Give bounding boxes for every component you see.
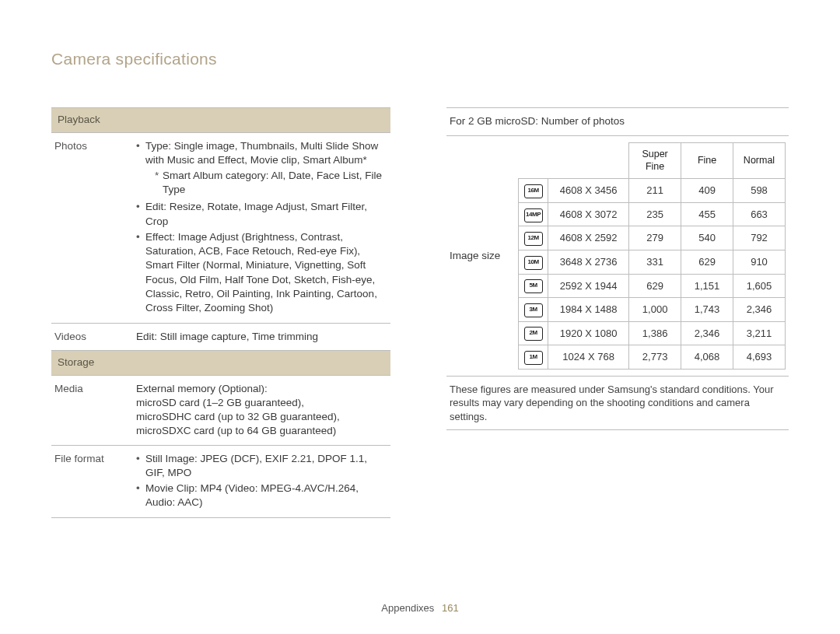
- normal-cell: 910: [733, 250, 786, 274]
- row-value: Edit: Still image capture, Time trimming: [133, 324, 390, 351]
- row-label: Photos: [51, 132, 133, 324]
- megapixel-icon: 3M: [524, 303, 543, 317]
- megapixel-icon: 2M: [524, 327, 543, 341]
- fine-cell: 1,743: [681, 298, 733, 322]
- bullet-text: Type: Single image, Thumbnails, Multi Sl…: [145, 140, 378, 166]
- resolution-cell: 1984 X 1488: [548, 298, 629, 322]
- line: microSDXC card (up to 64 GB guaranteed): [136, 424, 386, 438]
- section-playback: Playback: [51, 108, 390, 132]
- row-value: External memory (Optional): microSD card…: [133, 375, 390, 445]
- footer-page-number: 161: [442, 602, 459, 614]
- mp-icon-cell: 12M: [519, 226, 548, 250]
- row-file-format: File format Still Image: JPEG (DCF), EXI…: [51, 445, 390, 518]
- row-value: Type: Single image, Thumbnails, Multi Sl…: [133, 132, 390, 324]
- table-row: 10M3648 X 2736331629910: [519, 250, 786, 274]
- page-footer: Appendixes 161: [0, 601, 840, 615]
- row-label: Media: [51, 375, 133, 445]
- row-value: Super Fine Fine Normal 16M4608 X 3456211…: [515, 135, 789, 376]
- normal-cell: 3,211: [733, 321, 786, 345]
- fine-cell: 540: [681, 226, 733, 250]
- mp-icon-cell: 16M: [519, 179, 548, 203]
- sub-bullet: Smart Album category: All, Date, Face Li…: [155, 169, 386, 197]
- mp-icon-cell: 14MP: [519, 202, 548, 226]
- table-row: 16M4608 X 3456211409598: [519, 179, 786, 203]
- mp-icon-cell: 10M: [519, 250, 548, 274]
- row-label: File format: [51, 445, 133, 518]
- blank-header: [519, 142, 629, 179]
- row-label: Image size: [446, 135, 515, 376]
- table-row: 1M1024 X 7682,7734,0684,693: [519, 345, 786, 370]
- mp-icon-cell: 1M: [519, 345, 548, 370]
- table-row: 12M4608 X 2592279540792: [519, 226, 786, 250]
- resolution-cell: 2592 X 1944: [548, 274, 629, 298]
- col-normal: Normal: [733, 142, 786, 179]
- bullet: Movie Clip: MP4 (Video: MPEG-4.AVC/H.264…: [136, 482, 386, 510]
- resolution-cell: 4608 X 3072: [548, 202, 629, 226]
- resolution-cell: 1024 X 768: [548, 345, 629, 370]
- bullet: Still Image: JPEG (DCF), EXIF 2.21, DPOF…: [136, 452, 386, 480]
- row-label: Videos: [51, 324, 133, 351]
- super-fine-cell: 2,773: [629, 345, 681, 370]
- line: External memory (Optional):: [136, 382, 386, 396]
- fine-cell: 455: [681, 202, 733, 226]
- mp-icon-cell: 3M: [519, 298, 548, 322]
- col-super-fine: Super Fine: [629, 142, 681, 179]
- normal-cell: 2,346: [733, 298, 786, 322]
- megapixel-icon: 10M: [524, 256, 543, 270]
- row-header: For 2 GB microSD: Number of photos: [446, 108, 789, 135]
- line: microSD card (1–2 GB guaranteed),: [136, 396, 386, 410]
- row-videos: Videos Edit: Still image capture, Time t…: [51, 324, 390, 351]
- fine-cell: 629: [681, 250, 733, 274]
- left-column: Playback Photos Type: Single image, Thum…: [51, 107, 390, 518]
- fine-cell: 1,151: [681, 274, 733, 298]
- megapixel-icon: 14MP: [524, 208, 543, 222]
- row-image-size: Image size Super Fine Fine Normal: [446, 135, 789, 376]
- spec-table-left: Playback Photos Type: Single image, Thum…: [51, 107, 390, 518]
- megapixel-icon: 5M: [524, 279, 543, 293]
- super-fine-cell: 629: [629, 274, 681, 298]
- normal-cell: 792: [733, 226, 786, 250]
- resolution-cell: 4608 X 2592: [548, 226, 629, 250]
- normal-cell: 1,605: [733, 274, 786, 298]
- super-fine-cell: 279: [629, 226, 681, 250]
- table-row: 3M1984 X 14881,0001,7432,346: [519, 298, 786, 322]
- super-fine-cell: 1,386: [629, 321, 681, 345]
- fine-cell: 409: [681, 179, 733, 203]
- super-fine-cell: 235: [629, 202, 681, 226]
- super-fine-cell: 211: [629, 179, 681, 203]
- resolution-cell: 1920 X 1080: [548, 321, 629, 345]
- col-fine: Fine: [681, 142, 733, 179]
- page-title: Camera specifications: [51, 48, 790, 70]
- mp-icon-cell: 2M: [519, 321, 548, 345]
- spec-table-right: For 2 GB microSD: Number of photos Image…: [446, 107, 789, 430]
- normal-cell: 4,693: [733, 345, 786, 370]
- row-media: Media External memory (Optional): microS…: [51, 375, 390, 445]
- super-fine-cell: 1,000: [629, 298, 681, 322]
- bullet: Edit: Resize, Rotate, Image Adjust, Smar…: [136, 200, 386, 228]
- photo-count-table: Super Fine Fine Normal 16M4608 X 3456211…: [518, 142, 786, 370]
- resolution-cell: 3648 X 2736: [548, 250, 629, 274]
- line: microSDHC card (up to 32 GB guaranteed),: [136, 410, 386, 424]
- row-photos: Photos Type: Single image, Thumbnails, M…: [51, 132, 390, 324]
- table-row: 14MP4608 X 3072235455663: [519, 202, 786, 226]
- bullet: Type: Single image, Thumbnails, Multi Sl…: [136, 139, 386, 198]
- normal-cell: 663: [733, 202, 786, 226]
- row-value: Still Image: JPEG (DCF), EXIF 2.21, DPOF…: [133, 445, 390, 518]
- right-header: For 2 GB microSD: Number of photos: [446, 108, 789, 135]
- table-header-row: Super Fine Fine Normal: [519, 142, 786, 179]
- super-fine-cell: 331: [629, 250, 681, 274]
- footnote-text: These figures are measured under Samsung…: [446, 376, 789, 430]
- table-row: 5M2592 X 19446291,1511,605: [519, 274, 786, 298]
- mp-icon-cell: 5M: [519, 274, 548, 298]
- fine-cell: 2,346: [681, 321, 733, 345]
- section-storage: Storage: [51, 351, 390, 375]
- table-row: 2M1920 X 10801,3862,3463,211: [519, 321, 786, 345]
- resolution-cell: 4608 X 3456: [548, 179, 629, 203]
- megapixel-icon: 12M: [524, 232, 543, 246]
- normal-cell: 598: [733, 179, 786, 203]
- megapixel-icon: 1M: [524, 351, 543, 365]
- bullet: Effect: Image Adjust (Brightness, Contra…: [136, 230, 386, 315]
- footer-section: Appendixes: [381, 602, 434, 614]
- right-column: For 2 GB microSD: Number of photos Image…: [446, 107, 789, 518]
- row-footnote: These figures are measured under Samsung…: [446, 376, 789, 430]
